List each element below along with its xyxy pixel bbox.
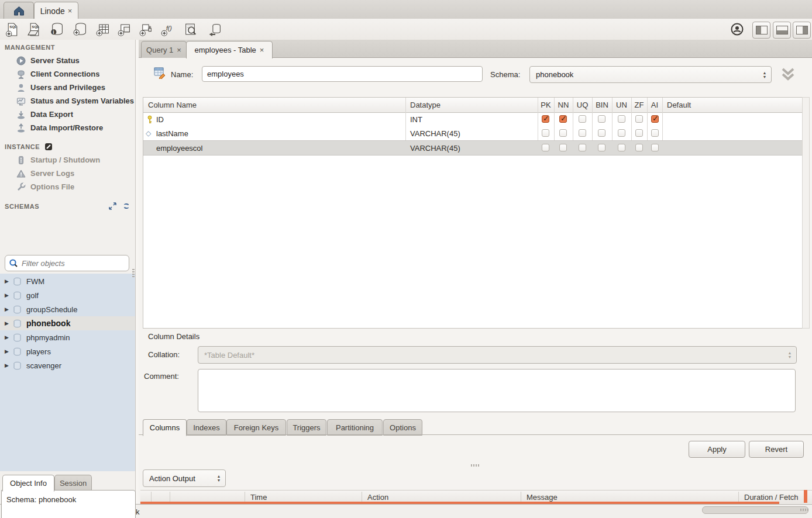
bin-checkbox[interactable] <box>598 115 605 123</box>
ai-checkbox[interactable] <box>651 115 659 123</box>
ai-checkbox[interactable] <box>651 144 659 151</box>
un-checkbox[interactable] <box>618 129 625 137</box>
sidebar-item-options-file[interactable]: Options File <box>0 180 135 194</box>
sidebar-item-client-connections[interactable]: Client Connections <box>0 67 135 81</box>
window-resize-grip[interactable] <box>800 509 808 511</box>
schema-item-scavenger[interactable]: ▶ scavenger <box>0 358 135 372</box>
sidebar-item-server-logs[interactable]: Server Logs <box>0 167 135 180</box>
new-table-button[interactable] <box>95 21 111 37</box>
expand-schemas-icon[interactable] <box>109 202 116 210</box>
un-checkbox[interactable] <box>618 115 625 123</box>
pk-checkbox[interactable] <box>542 129 549 137</box>
connection-tab[interactable]: Linode × <box>34 2 78 19</box>
new-connection-button[interactable] <box>72 21 88 37</box>
expander-icon[interactable]: ▶ <box>5 278 9 284</box>
uq-checkbox[interactable] <box>579 144 586 151</box>
zf-checkbox[interactable] <box>635 115 643 123</box>
schema-item-groupschedule[interactable]: ▶ groupSchedule <box>0 302 135 316</box>
toggle-right-panel-button[interactable] <box>793 22 811 39</box>
home-tab[interactable] <box>4 2 34 19</box>
expand-form-chevron-icon[interactable] <box>778 67 798 85</box>
pk-checkbox[interactable] <box>542 144 549 151</box>
un-checkbox[interactable] <box>618 144 625 151</box>
table-name-input[interactable] <box>202 66 483 82</box>
header-default[interactable]: Default <box>667 98 691 112</box>
output-splitter-grip[interactable] <box>471 464 479 467</box>
header-un[interactable]: UN <box>612 98 631 112</box>
expander-icon[interactable]: ▶ <box>5 348 9 354</box>
revert-button[interactable]: Revert <box>749 441 804 458</box>
admin-button[interactable] <box>729 21 745 37</box>
refresh-schemas-icon[interactable] <box>122 202 130 210</box>
sidebar-splitter-grip[interactable] <box>132 269 135 277</box>
tab-triggers[interactable]: Triggers <box>287 419 326 436</box>
header-bin[interactable]: BIN <box>592 98 612 112</box>
database-info-button[interactable]: i <box>49 21 65 37</box>
open-sql-script-button[interactable]: SQL <box>26 21 42 37</box>
tab-object-info[interactable]: Object Info <box>2 475 54 492</box>
uq-checkbox[interactable] <box>579 129 586 137</box>
comment-textarea[interactable] <box>198 369 796 412</box>
sidebar-item-data-import[interactable]: Data Import/Restore <box>0 121 135 134</box>
zf-checkbox[interactable] <box>635 129 643 137</box>
expander-icon[interactable]: ▶ <box>5 292 9 298</box>
column-row-id[interactable]: ID INT <box>143 112 803 126</box>
bin-checkbox[interactable] <box>598 129 605 137</box>
tab-partitioning[interactable]: Partitioning <box>327 419 383 436</box>
tab-indexes[interactable]: Indexes <box>187 419 226 436</box>
schema-item-phonebook[interactable]: ▶ phonebook <box>0 316 135 330</box>
sidebar-item-users-privileges[interactable]: Users and Privileges <box>0 81 135 94</box>
nn-checkbox[interactable] <box>559 144 567 151</box>
new-function-button[interactable]: f() <box>160 21 176 37</box>
schema-filter-input[interactable] <box>20 258 129 268</box>
new-view-button[interactable] <box>116 21 133 37</box>
nn-checkbox[interactable] <box>559 115 567 123</box>
tab-session[interactable]: Session <box>54 475 92 491</box>
uq-checkbox[interactable] <box>579 115 586 123</box>
schema-item-phpmyadmin[interactable]: ▶ phpmyadmin <box>0 330 135 344</box>
schema-item-fwm[interactable]: ▶ FWM <box>0 274 135 288</box>
apply-button[interactable]: Apply <box>689 441 745 458</box>
close-icon[interactable]: × <box>177 46 181 54</box>
header-ai[interactable]: AI <box>647 98 662 112</box>
schema-item-players[interactable]: ▶ players <box>0 344 135 358</box>
new-sql-editor-button[interactable]: SQL <box>4 21 20 37</box>
expander-icon[interactable]: ▶ <box>5 320 9 326</box>
ai-checkbox[interactable] <box>651 129 659 137</box>
tab-options[interactable]: Options <box>383 419 422 436</box>
bin-checkbox[interactable] <box>598 144 605 151</box>
sidebar-item-server-status[interactable]: Server Status <box>0 54 135 67</box>
expander-icon[interactable]: ▶ <box>5 306 9 312</box>
tab-query-1[interactable]: Query 1 × <box>141 41 187 58</box>
tab-employees-table[interactable]: employees - Table × <box>186 41 273 58</box>
tab-columns[interactable]: Columns <box>143 419 187 436</box>
toggle-bottom-panel-button[interactable] <box>773 22 791 39</box>
nn-checkbox[interactable] <box>559 129 567 137</box>
grid-scrollbar[interactable] <box>802 97 810 329</box>
schema-item-golf[interactable]: ▶ golf <box>0 288 135 302</box>
collation-select[interactable]: *Table Default* ▲▼ <box>198 346 797 364</box>
header-nn[interactable]: NN <box>554 98 573 112</box>
header-zf[interactable]: ZF <box>631 98 647 112</box>
sidebar-item-status-variables[interactable]: Status and System Variables <box>0 94 135 108</box>
schema-select[interactable]: phonebook ▲▼ <box>529 66 772 83</box>
header-pk[interactable]: PK <box>538 98 554 112</box>
reconnect-database-button[interactable] <box>207 21 223 37</box>
sidebar-item-startup-shutdown[interactable]: Startup / Shutdown <box>0 153 135 167</box>
close-icon[interactable]: × <box>68 6 73 15</box>
horizontal-scrollbar-thumb[interactable] <box>702 506 808 514</box>
expander-icon[interactable]: ▶ <box>5 334 9 340</box>
search-objects-button[interactable] <box>183 21 199 37</box>
header-column-name[interactable]: Column Name <box>148 98 197 112</box>
close-icon[interactable]: × <box>260 46 264 54</box>
action-output-select[interactable]: Action Output ▲▼ <box>143 469 226 487</box>
header-datatype[interactable]: Datatype <box>410 98 441 112</box>
zf-checkbox[interactable] <box>635 144 643 151</box>
pk-checkbox[interactable] <box>542 115 549 123</box>
toggle-left-panel-button[interactable] <box>752 22 770 39</box>
column-row-employeescol[interactable]: employeescol VARCHAR(45) <box>143 140 803 156</box>
column-row-lastname[interactable]: ◇ lastName VARCHAR(45) <box>143 126 803 140</box>
sidebar-item-data-export[interactable]: Data Export <box>0 108 135 121</box>
schema-filter[interactable] <box>5 255 129 271</box>
expander-icon[interactable]: ▶ <box>5 362 9 368</box>
